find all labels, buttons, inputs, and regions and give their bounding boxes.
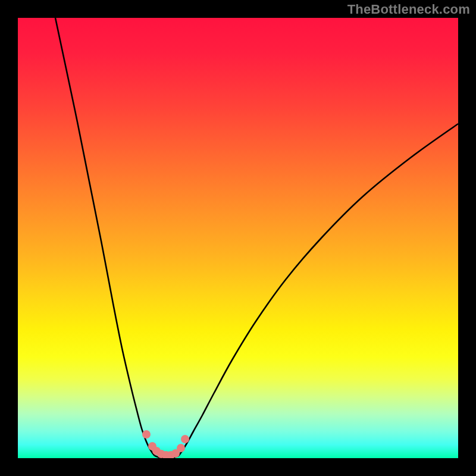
- curve-right-branch: [178, 124, 458, 456]
- chart-svg: [18, 18, 458, 458]
- curve-left-branch: [55, 18, 155, 456]
- valley-markers: [142, 430, 189, 458]
- curve-group: [55, 18, 458, 458]
- chart-plot-area: [18, 18, 458, 458]
- valley-marker: [177, 444, 185, 452]
- valley-marker: [142, 430, 151, 439]
- valley-marker: [181, 435, 189, 443]
- watermark-text: TheBottleneck.com: [347, 2, 470, 17]
